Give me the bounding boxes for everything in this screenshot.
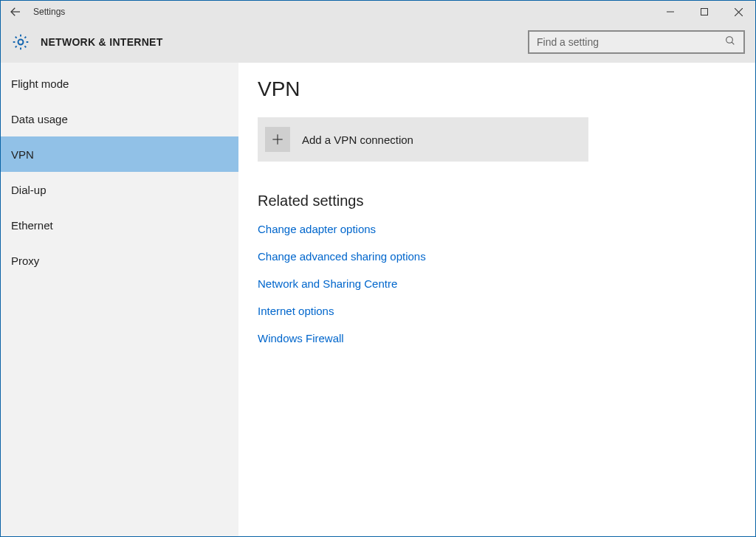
add-vpn-button[interactable]: Add a VPN connection bbox=[258, 117, 588, 162]
sidebar-item-label: Ethernet bbox=[11, 219, 53, 232]
sidebar-item-dial-up[interactable]: Dial-up bbox=[1, 172, 238, 207]
svg-rect-2 bbox=[701, 9, 708, 15]
titlebar: Settings bbox=[1, 1, 755, 23]
sidebar-item-label: Flight mode bbox=[11, 77, 69, 90]
sidebar-item-vpn[interactable]: VPN bbox=[1, 136, 238, 172]
sidebar-item-label: VPN bbox=[11, 148, 34, 161]
sidebar-item-label: Proxy bbox=[11, 254, 39, 267]
minimize-button[interactable] bbox=[653, 1, 687, 23]
back-button[interactable] bbox=[5, 1, 26, 22]
search-input[interactable] bbox=[537, 36, 724, 48]
sidebar-item-flight-mode[interactable]: Flight mode bbox=[1, 66, 238, 101]
add-vpn-label: Add a VPN connection bbox=[302, 134, 413, 146]
sidebar-item-data-usage[interactable]: Data usage bbox=[1, 101, 238, 136]
svg-line-7 bbox=[732, 42, 734, 44]
window-title: Settings bbox=[33, 7, 65, 17]
maximize-icon bbox=[701, 8, 708, 15]
close-icon bbox=[735, 8, 743, 16]
close-button[interactable] bbox=[721, 1, 755, 23]
header-title: NETWORK & INTERNET bbox=[41, 36, 163, 48]
minimize-icon bbox=[667, 8, 674, 15]
search-box[interactable] bbox=[528, 30, 745, 54]
svg-point-6 bbox=[726, 37, 733, 44]
link-change-adapter-options[interactable]: Change adapter options bbox=[258, 223, 376, 235]
svg-point-5 bbox=[18, 40, 24, 45]
link-internet-options[interactable]: Internet options bbox=[258, 305, 334, 317]
window-controls bbox=[653, 1, 755, 23]
sidebar-item-ethernet[interactable]: Ethernet bbox=[1, 207, 238, 243]
page-heading: VPN bbox=[258, 77, 736, 101]
plus-icon bbox=[265, 127, 290, 152]
link-windows-firewall[interactable]: Windows Firewall bbox=[258, 332, 344, 344]
search-icon bbox=[724, 35, 736, 49]
header: NETWORK & INTERNET bbox=[1, 23, 755, 63]
titlebar-left: Settings bbox=[5, 1, 65, 22]
link-change-advanced-sharing-options[interactable]: Change advanced sharing options bbox=[258, 250, 426, 263]
body: Flight mode Data usage VPN Dial-up Ether… bbox=[1, 63, 755, 536]
related-links: Change adapter options Change advanced s… bbox=[258, 223, 736, 344]
maximize-button[interactable] bbox=[687, 1, 721, 23]
related-settings-heading: Related settings bbox=[258, 193, 736, 209]
link-network-and-sharing-centre[interactable]: Network and Sharing Centre bbox=[258, 277, 397, 290]
settings-window: Settings bbox=[0, 0, 756, 537]
sidebar: Flight mode Data usage VPN Dial-up Ether… bbox=[1, 63, 238, 536]
sidebar-item-label: Data usage bbox=[11, 113, 68, 125]
content: VPN Add a VPN connection Related setting… bbox=[238, 63, 755, 536]
gear-icon bbox=[11, 32, 30, 52]
sidebar-item-proxy[interactable]: Proxy bbox=[1, 243, 238, 278]
sidebar-item-label: Dial-up bbox=[11, 184, 47, 196]
arrow-left-icon bbox=[9, 5, 22, 18]
header-left: NETWORK & INTERNET bbox=[11, 32, 163, 52]
